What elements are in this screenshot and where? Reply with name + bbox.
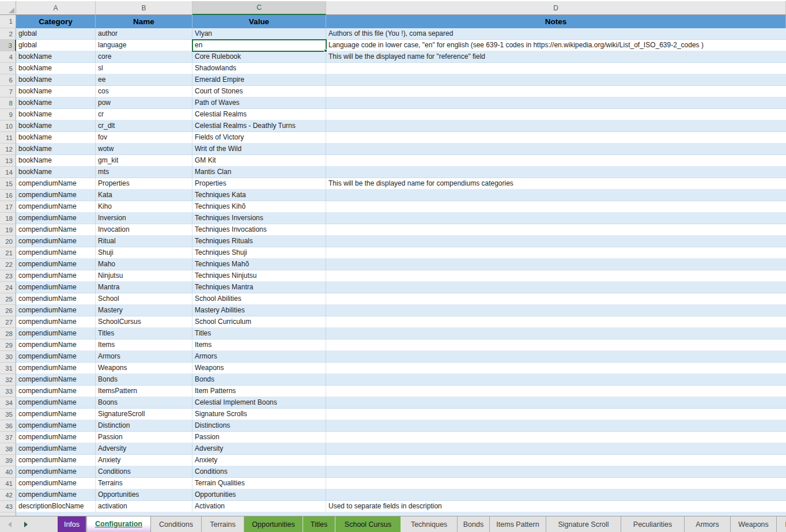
cell-category[interactable]: compendiumName bbox=[16, 259, 96, 270]
cell-value[interactable]: Emerald Empire bbox=[192, 74, 326, 86]
row-number[interactable]: 37 bbox=[0, 432, 16, 443]
cell-category[interactable]: compendiumName bbox=[16, 351, 96, 363]
cell-value[interactable]: Titles bbox=[192, 328, 326, 339]
cell-category[interactable]: compendiumName bbox=[16, 374, 96, 386]
row-number[interactable]: 8 bbox=[0, 97, 16, 109]
cell-value[interactable]: Anxiety bbox=[192, 455, 326, 466]
sheet-tab-configuration[interactable]: Configuration bbox=[86, 516, 151, 532]
row-number[interactable]: 18 bbox=[0, 213, 16, 224]
row-number[interactable]: 23 bbox=[0, 270, 16, 282]
cell-category[interactable]: bookName bbox=[16, 120, 96, 132]
sheet-tab-items[interactable]: Items bbox=[777, 516, 786, 532]
cell-name[interactable]: mts bbox=[96, 167, 192, 178]
cell-name[interactable]: Kata bbox=[96, 190, 192, 201]
cell-value[interactable]: Opportunities bbox=[192, 489, 326, 501]
cell-notes[interactable]: Used to separate fields in description bbox=[326, 501, 786, 512]
cell-category[interactable]: compendiumName bbox=[16, 270, 96, 282]
cell-notes[interactable]: Language code in lower case, "en" for en… bbox=[326, 40, 786, 51]
row-number[interactable]: 11 bbox=[0, 132, 16, 144]
cell-name[interactable]: Passion bbox=[96, 432, 192, 443]
cell-category[interactable]: compendiumName bbox=[16, 316, 96, 328]
row-number[interactable]: 34 bbox=[0, 397, 16, 409]
cell-name[interactable]: Invocation bbox=[96, 224, 192, 236]
cell-category[interactable]: compendiumName bbox=[16, 386, 96, 397]
cell-notes[interactable] bbox=[326, 397, 786, 409]
cell-value[interactable]: Properties bbox=[192, 178, 326, 190]
row-number[interactable]: 7 bbox=[0, 86, 16, 97]
row-number[interactable]: 41 bbox=[0, 478, 16, 489]
cell-name[interactable]: Ritual bbox=[96, 236, 192, 247]
row-number[interactable]: 42 bbox=[0, 489, 16, 501]
cell-name[interactable]: School bbox=[96, 293, 192, 305]
select-all-corner[interactable] bbox=[0, 1, 16, 15]
cell-value[interactable]: Mastery Abilities bbox=[192, 305, 326, 316]
column-header-b[interactable]: B bbox=[96, 1, 192, 15]
row-number[interactable]: 24 bbox=[0, 282, 16, 293]
row-number[interactable]: 1 bbox=[0, 15, 16, 28]
cell-name[interactable]: Titles bbox=[96, 328, 192, 339]
column-header-c[interactable]: C bbox=[192, 1, 326, 15]
cell-category[interactable]: bookName bbox=[16, 74, 96, 86]
row-number[interactable]: 14 bbox=[0, 167, 16, 178]
cell-value[interactable]: Shadowlands bbox=[192, 63, 326, 74]
cell-notes[interactable] bbox=[326, 120, 786, 132]
cell-category[interactable]: compendiumName bbox=[16, 236, 96, 247]
cell-value[interactable]: Techniques Ninjutsu bbox=[192, 270, 326, 282]
cell-value[interactable]: Celestial Realms - Deathly Turns bbox=[192, 120, 326, 132]
row-number[interactable]: 3 bbox=[0, 40, 16, 51]
row-number[interactable]: 5 bbox=[0, 63, 16, 74]
sheet-tab-infos[interactable]: Infos bbox=[58, 516, 86, 532]
cell-name[interactable]: Inversion bbox=[96, 213, 192, 224]
row-number[interactable]: 38 bbox=[0, 443, 16, 455]
cell-value[interactable]: Techniques Kihõ bbox=[192, 201, 326, 213]
row-number[interactable]: 19 bbox=[0, 224, 16, 236]
cell-value[interactable]: School Abilities bbox=[192, 293, 326, 305]
row-number[interactable]: 30 bbox=[0, 351, 16, 363]
cell-name[interactable]: Distinction bbox=[96, 420, 192, 432]
cell-category[interactable]: compendiumName bbox=[16, 420, 96, 432]
cell-value[interactable]: Writ of the Wild bbox=[192, 144, 326, 155]
cell-category[interactable]: compendiumName bbox=[16, 293, 96, 305]
cell-value[interactable]: Court of Stones bbox=[192, 86, 326, 97]
cell-notes[interactable] bbox=[326, 420, 786, 432]
cell-name[interactable]: ItemsPattern bbox=[96, 386, 192, 397]
cell-category[interactable]: bookName bbox=[16, 144, 96, 155]
cell-notes[interactable] bbox=[326, 201, 786, 213]
cell-category[interactable]: compendiumName bbox=[16, 466, 96, 478]
cell-name[interactable]: activation bbox=[96, 501, 192, 512]
cell-name[interactable]: Armors bbox=[96, 351, 192, 363]
cell-name[interactable]: sl bbox=[96, 63, 192, 74]
cell-name[interactable]: cr_dlt bbox=[96, 120, 192, 132]
sheet-tab-techniques[interactable]: Techniques bbox=[401, 516, 458, 532]
sheet-tab-opportunities[interactable]: Opportunities bbox=[244, 516, 303, 532]
cell-name[interactable]: fov bbox=[96, 132, 192, 144]
row-number[interactable]: 21 bbox=[0, 247, 16, 259]
row-number[interactable]: 28 bbox=[0, 328, 16, 339]
cell-value[interactable]: School Curriculum bbox=[192, 316, 326, 328]
row-number[interactable]: 13 bbox=[0, 155, 16, 167]
cell-category[interactable]: descriptionBlocName bbox=[16, 501, 96, 512]
cell-category[interactable]: global bbox=[16, 28, 96, 40]
cell-notes[interactable] bbox=[326, 236, 786, 247]
cell-notes[interactable] bbox=[326, 443, 786, 455]
cell-name[interactable]: wotw bbox=[96, 144, 192, 155]
cell-name[interactable]: Adversity bbox=[96, 443, 192, 455]
cell-value[interactable]: Fields of Victory bbox=[192, 132, 326, 144]
cell-name[interactable]: Items bbox=[96, 339, 192, 351]
cell-notes[interactable] bbox=[326, 478, 786, 489]
cell-name[interactable]: Kiho bbox=[96, 201, 192, 213]
cell-category[interactable]: bookName bbox=[16, 97, 96, 109]
cell-value[interactable]: Activation bbox=[192, 501, 326, 512]
cell-notes[interactable] bbox=[326, 97, 786, 109]
cell-category[interactable]: compendiumName bbox=[16, 247, 96, 259]
cell-value[interactable]: Techniques Shuji bbox=[192, 247, 326, 259]
cell-category[interactable]: compendiumName bbox=[16, 178, 96, 190]
cell-category[interactable]: bookName bbox=[16, 109, 96, 120]
cell-value[interactable]: Signature Scrolls bbox=[192, 409, 326, 420]
cell-value[interactable]: Vlyan bbox=[192, 28, 326, 40]
sheet-tab-terrains[interactable]: Terrains bbox=[202, 516, 244, 532]
cell-value[interactable]: Techniques Mantra bbox=[192, 282, 326, 293]
cell-notes[interactable] bbox=[326, 259, 786, 270]
cell-notes[interactable] bbox=[326, 455, 786, 466]
row-number[interactable]: 36 bbox=[0, 420, 16, 432]
